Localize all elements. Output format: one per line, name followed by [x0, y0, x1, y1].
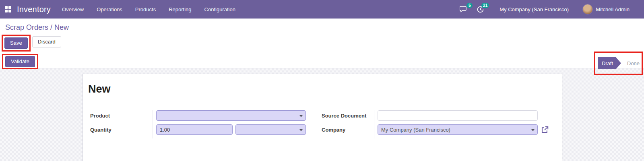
status-done[interactable]: Done: [627, 60, 640, 66]
breadcrumb-scrap-orders[interactable]: Scrap Orders: [5, 23, 48, 31]
text-cursor: [160, 113, 160, 119]
annotation-box-validate: Validate: [2, 54, 38, 69]
validate-button[interactable]: Validate: [5, 56, 35, 67]
source-document-input[interactable]: [378, 110, 538, 121]
content-background: New Product Quantity 1.00: [0, 68, 644, 161]
discard-button[interactable]: Discard: [32, 36, 61, 47]
product-label: Product: [88, 110, 153, 124]
nav-menu-overview[interactable]: Overview: [62, 6, 84, 12]
record-title: New: [88, 83, 554, 95]
dropdown-caret-icon[interactable]: [531, 129, 535, 131]
dropdown-caret-icon[interactable]: [299, 129, 303, 131]
product-input[interactable]: [156, 110, 306, 121]
control-panel: Scrap Orders / New Save Discard: [0, 19, 644, 55]
messages-badge: 5: [466, 3, 473, 8]
messages-button[interactable]: 5: [460, 6, 468, 13]
form-statusbar-row: Validate Draft Done: [0, 55, 644, 68]
source-document-label: Source Document: [320, 110, 374, 124]
nav-menu-products[interactable]: Products: [135, 6, 156, 12]
field-group-right: Source Document Company My Company (San …: [320, 110, 551, 138]
uom-input[interactable]: [235, 124, 306, 135]
dropdown-caret-icon[interactable]: [299, 115, 303, 117]
nav-menus: Overview Operations Products Reporting C…: [62, 6, 235, 12]
company-switcher[interactable]: My Company (San Francisco): [500, 6, 569, 12]
field-group-left: Product Quantity 1.00: [88, 110, 309, 138]
app-title[interactable]: Inventory: [17, 5, 51, 14]
user-menu[interactable]: Mitchell Admin: [596, 6, 630, 12]
breadcrumb-current: New: [54, 23, 69, 31]
company-label: Company: [320, 124, 374, 138]
nav-menu-configuration[interactable]: Configuration: [204, 6, 235, 12]
quantity-label: Quantity: [88, 124, 153, 138]
breadcrumb: Scrap Orders / New: [5, 23, 644, 32]
activities-badge: 21: [481, 3, 489, 8]
annotation-box-save: Save: [2, 35, 31, 52]
activities-button[interactable]: 21: [477, 6, 484, 13]
quantity-input[interactable]: 1.00: [156, 124, 233, 135]
save-button[interactable]: Save: [4, 37, 28, 49]
user-avatar[interactable]: [582, 4, 593, 14]
status-draft[interactable]: Draft: [598, 57, 621, 69]
company-input[interactable]: My Company (San Francisco): [378, 124, 538, 135]
annotation-box-statusbar: Draft Done: [594, 52, 643, 75]
breadcrumb-separator: /: [48, 23, 54, 31]
apps-grid-icon[interactable]: [5, 6, 11, 12]
nav-menu-operations[interactable]: Operations: [97, 6, 122, 12]
scrap-order-form-sheet: New Product Quantity 1.00: [83, 74, 562, 161]
external-link-icon[interactable]: [541, 126, 549, 134]
nav-menu-reporting[interactable]: Reporting: [169, 6, 191, 12]
top-navbar: Inventory Overview Operations Products R…: [0, 0, 644, 19]
